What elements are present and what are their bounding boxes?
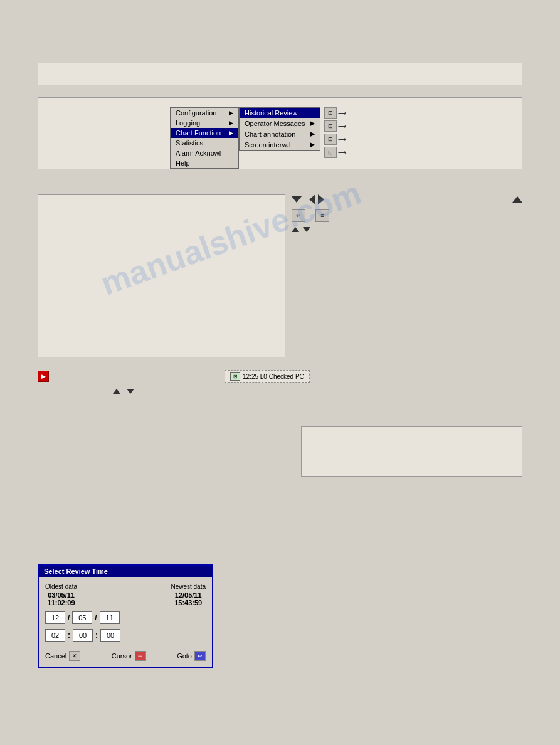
arrow-icon: ▶	[310, 119, 315, 127]
cancel-icon: ✕	[69, 651, 80, 661]
status-box: ⊡ 12:25 L0 Checked PC	[225, 370, 310, 383]
dialog-footer: Cancel ✕ Cursor ↩ Goto ↩	[45, 647, 206, 661]
arrow-icon: ▶	[310, 130, 315, 138]
menu-item-statistics[interactable]: Statistics	[171, 138, 238, 148]
time-min-input[interactable]	[73, 629, 93, 642]
nav-row-3	[292, 227, 522, 232]
lr-arrows	[309, 194, 324, 204]
right-textbox	[301, 426, 522, 477]
time-hour-input[interactable]	[45, 629, 65, 642]
menu-item-alarmacknowl[interactable]: Alarm Acknowl	[171, 148, 238, 158]
cursor-button[interactable]: Cursor ↩	[112, 651, 146, 661]
chart-area	[38, 194, 285, 357]
arrow-indicator: ⟶	[338, 123, 346, 129]
menu-icon-4[interactable]: ⊡	[324, 147, 337, 158]
bottom-row2	[113, 389, 522, 394]
menu-item-help[interactable]: Help	[171, 158, 238, 168]
bottom-section: ▶ ⊡ 12:25 L0 Checked PC	[38, 370, 522, 403]
top-bar	[38, 63, 522, 85]
date-day-input[interactable]	[72, 611, 92, 624]
submenu-panel: Historical Review Operator Messages ▶ Ch…	[239, 107, 320, 151]
arrow-icon: ▶	[229, 120, 233, 126]
menu-item-configuration[interactable]: Configuration ▶	[171, 108, 238, 118]
menu-icon-2[interactable]: ⊡	[324, 120, 337, 132]
oldest-data-col: Oldest data 03/05/11 11:02:09	[45, 583, 77, 606]
status-area: ⊡ 12:25 L0 Checked PC	[225, 370, 310, 383]
newest-data-col: Newest data 12/05/11 15:43:59	[171, 583, 206, 606]
dialog-body: Oldest data 03/05/11 11:02:09 Newest dat…	[39, 577, 212, 667]
dialog-dates-row: Oldest data 03/05/11 11:02:09 Newest dat…	[45, 583, 206, 606]
nav-area: ↩ ≡	[292, 194, 522, 232]
menu-area: Configuration ▶ Logging ▶ Chart Function…	[38, 97, 522, 169]
menu-item-chartfunction[interactable]: Chart Function ▶	[171, 128, 238, 138]
arrow-icon: ▶	[229, 130, 233, 136]
date-sep-2: /	[95, 613, 97, 622]
scroll-left-arrow[interactable]	[309, 194, 315, 204]
menu-icon-3[interactable]: ⊡	[324, 134, 337, 145]
fine-up-arrow[interactable]	[292, 227, 299, 232]
arrow-indicator: ⟶	[338, 110, 346, 116]
date-month-input[interactable]	[45, 611, 65, 624]
goto-icon[interactable]: ↩	[292, 209, 305, 222]
spacer	[512, 196, 522, 203]
arrow-icon: ▶	[229, 110, 233, 116]
main-menu: Configuration ▶ Logging ▶ Chart Function…	[170, 107, 239, 169]
record-icon[interactable]: ▶	[38, 371, 49, 382]
scroll-up-arrow[interactable]	[512, 196, 522, 203]
goto-icon: ↩	[194, 651, 206, 661]
cancel-button[interactable]: Cancel ✕	[45, 651, 80, 661]
menu-container: Configuration ▶ Logging ▶ Chart Function…	[170, 107, 346, 169]
time-inputs-row: : :	[45, 629, 206, 642]
status-icon: ⊡	[230, 372, 240, 381]
arrow-indicator: ⟶	[338, 149, 346, 156]
select-review-time-dialog: Select Review Time Oldest data 03/05/11 …	[38, 564, 213, 668]
submenu-item-historicalreview[interactable]: Historical Review	[240, 108, 320, 118]
dialog-title: Select Review Time	[39, 566, 212, 577]
goto-button[interactable]: Goto ↩	[177, 651, 206, 661]
nav-row-2: ↩ ≡	[292, 209, 522, 222]
fine-down-arrow[interactable]	[303, 227, 310, 232]
date-year-input[interactable]	[100, 611, 120, 624]
cursor-icon: ↩	[135, 651, 146, 661]
list-icon[interactable]: ≡	[315, 209, 329, 222]
time-up-arrow[interactable]	[113, 389, 120, 394]
time-sec-input[interactable]	[100, 629, 120, 642]
scroll-down-arrow[interactable]	[292, 196, 302, 203]
menu-item-logging[interactable]: Logging ▶	[171, 118, 238, 128]
submenu-item-chartannotation[interactable]: Chart annotation ▶	[240, 129, 320, 139]
submenu-item-screeninterval[interactable]: Screen interval ▶	[240, 139, 320, 150]
date-inputs-row: / /	[45, 611, 206, 624]
time-sep-1: :	[68, 631, 70, 640]
arrow-indicator: ⟶	[338, 136, 346, 142]
menu-side-icons: ⊡ ⟶ ⊡ ⟶ ⊡ ⟶ ⊡ ⟶	[324, 107, 346, 158]
menu-icon-1[interactable]: ⊡	[324, 107, 337, 119]
scroll-right-arrow[interactable]	[318, 194, 324, 204]
time-down-arrow[interactable]	[127, 389, 134, 394]
time-sep-2: :	[95, 631, 98, 640]
arrow-icon: ▶	[310, 140, 315, 149]
submenu-item-operatormessages[interactable]: Operator Messages ▶	[240, 118, 320, 129]
nav-row-1	[292, 194, 522, 204]
date-sep-1: /	[68, 613, 70, 622]
bottom-row1: ▶ ⊡ 12:25 L0 Checked PC	[38, 370, 522, 383]
